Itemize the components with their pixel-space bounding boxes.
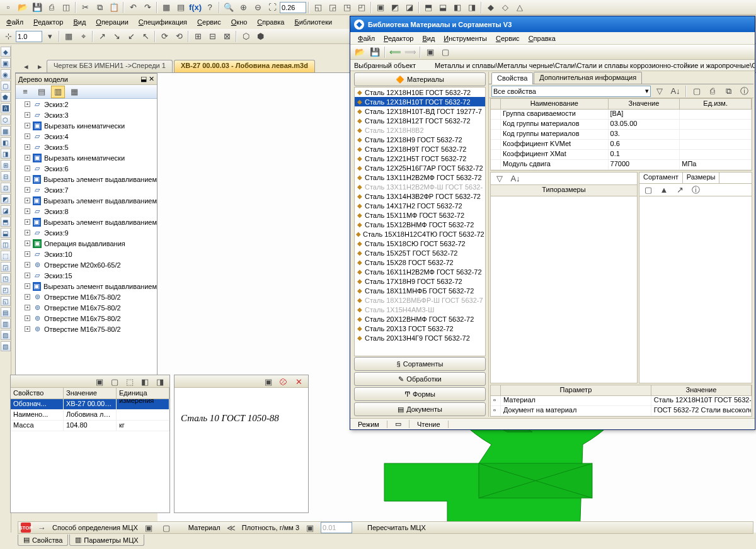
propgrid-row[interactable]: Обознач...ХВ-27 00.00.03	[11, 399, 169, 410]
tree-toggle-icon[interactable]: +	[25, 315, 30, 321]
palette-tool-26[interactable]: ▧	[1, 341, 11, 351]
st-info-icon[interactable]: ⓘ	[689, 184, 702, 196]
btn-sortaments[interactable]: §Сортаменты	[354, 357, 486, 371]
view2-icon[interactable]: ◲	[326, 1, 340, 14]
doc-tab-model[interactable]: ХВ-27 00.00.03 - Лобовина левая.m3d	[174, 60, 315, 72]
tree-toggle-icon[interactable]: +	[25, 101, 30, 107]
tab-sortament[interactable]: Сортамент	[639, 173, 683, 183]
palette-tool-18[interactable]: ⬚	[1, 251, 11, 261]
material-item[interactable]: ◆Сталь 13Х11Н2В2МФ ГОСТ 5632-72	[355, 173, 485, 182]
palette-tool-15[interactable]: ⬒	[1, 217, 11, 227]
tree-btn3-icon[interactable]: ▥	[51, 86, 65, 98]
pin-close-icon[interactable]: ⬓ ✕	[140, 75, 154, 83]
tree-toggle-icon[interactable]: +	[25, 133, 30, 139]
material-item[interactable]: ◆Сталь 16Х11Н2В2МФ ГОСТ 5632-72	[355, 267, 485, 276]
tool-g-icon[interactable]: △	[513, 1, 527, 14]
tree-btn2-icon[interactable]: ▤	[35, 86, 49, 98]
tile-icon[interactable]: ▦	[159, 1, 173, 14]
bb-dens-icon[interactable]: ▣	[303, 521, 317, 534]
material-item[interactable]: ◆Сталь 12Х18Н10Т ГОСТ 5632-72	[355, 97, 485, 106]
stop-icon[interactable]: STOP	[21, 523, 31, 533]
print-icon[interactable]: ⎙	[45, 1, 59, 14]
palette-tool-0[interactable]: ◆	[1, 47, 11, 57]
bb-m2-icon[interactable]: ▢	[159, 521, 173, 534]
tree-item[interactable]: +▣Вырезать элемент выдавливанием	[16, 281, 157, 291]
material-item[interactable]: ◆Сталь 13Х11Н2В2МФ-Ш ГОСТ 5632-	[355, 182, 485, 191]
undo-icon[interactable]: ↶	[126, 1, 140, 14]
palette-tool-9[interactable]: ◨	[1, 149, 11, 159]
material-item[interactable]: ◆Сталь 20Х13Н4Г9 ГОСТ 5632-72	[355, 333, 485, 342]
sk1-icon[interactable]: ↗	[95, 30, 109, 43]
palette-tool-2[interactable]: ◉	[1, 69, 11, 79]
tree-item[interactable]: +▣Вырезать элемент выдавливанием	[16, 217, 157, 227]
new-icon[interactable]: ▫	[1, 1, 15, 14]
e1-icon[interactable]: ⬡	[239, 30, 253, 43]
help-icon[interactable]: ?	[203, 1, 217, 14]
dlg-menu-Справка[interactable]: Справка	[525, 33, 559, 43]
palette-tool-17[interactable]: ◫	[1, 239, 11, 249]
tool-d-icon[interactable]: ◨	[465, 1, 479, 14]
param-row[interactable]: ▫Документ на материалГОСТ 5632-72 Стали …	[491, 406, 752, 416]
zoom-out-icon[interactable]: ⊖	[251, 1, 265, 14]
sk3-icon[interactable]: ↙	[124, 30, 138, 43]
propgrid-row[interactable]: Масса104.80кг	[11, 421, 169, 431]
material-item[interactable]: ◆Сталь 13Х14Н3В2ФР ГОСТ 5632-72	[355, 191, 485, 201]
d1-icon[interactable]: ⊞	[191, 30, 205, 43]
material-item[interactable]: ◆Сталь 12Х25Н16Г7АР ГОСТ 5632-72	[355, 163, 485, 173]
menu-Редактор[interactable]: Редактор	[30, 17, 67, 27]
mp-tb1-icon[interactable]: ▣	[261, 375, 275, 388]
tree-item[interactable]: +▣Вырезать кинематически	[16, 152, 157, 163]
palette-tool-7[interactable]: ▦	[1, 126, 11, 136]
mp-close-icon[interactable]: ✕	[292, 375, 306, 388]
snap-icon[interactable]: ⌖	[76, 30, 90, 43]
material-item[interactable]: ◆Сталь 12Х18Н12Т ГОСТ 5632-72	[355, 116, 485, 125]
doc-tab-drawing[interactable]: Чертеж БЕЗ ИМЕНИ1 ->Спереди 1	[47, 60, 173, 72]
palette-tool-21[interactable]: ◰	[1, 285, 11, 295]
material-item[interactable]: ◆Сталь 18Х11МНФБ ГОСТ 5632-72	[355, 286, 485, 295]
menu-Операции[interactable]: Операции	[92, 17, 132, 27]
sk2-icon[interactable]: ↘	[110, 30, 123, 43]
bottom-tab-props[interactable]: ▤Свойства	[18, 535, 68, 546]
st-t2-icon[interactable]: ▲	[657, 184, 671, 196]
d3-icon[interactable]: ⊠	[220, 30, 234, 43]
tree-item[interactable]: +▣Вырезать элемент выдавливанием	[16, 195, 157, 206]
tab-scroll-right-icon[interactable]: ▸	[33, 60, 47, 72]
dlg-t1-icon[interactable]: ▣	[423, 46, 437, 59]
dlg-menu-Инструменты[interactable]: Инструменты	[440, 33, 491, 43]
material-list[interactable]: ◆Сталь 12Х18Н10Е ГОСТ 5632-72◆Сталь 12Х1…	[354, 87, 486, 356]
bb-arrow-icon[interactable]: →	[35, 521, 49, 534]
tool-c-icon[interactable]: ◧	[450, 1, 464, 14]
palette-tool-14[interactable]: ◪	[1, 205, 11, 215]
tree-btn1-icon[interactable]: ≡	[18, 86, 32, 98]
tree-toggle-icon[interactable]: +	[25, 262, 30, 268]
palette-tool-11[interactable]: ⊟	[1, 171, 11, 181]
zoom-area-icon[interactable]: 🔍	[222, 1, 236, 14]
f-info-icon[interactable]: ⓘ	[737, 85, 751, 98]
material-item[interactable]: ◆Сталь 17Х18Н9 ГОСТ 5632-72	[355, 276, 485, 286]
tree-item[interactable]: +⊚Отверстие М16х75-80/2	[16, 313, 157, 324]
tree-toggle-icon[interactable]: +	[25, 241, 30, 246]
scale-input[interactable]	[16, 31, 42, 42]
material-item[interactable]: ◆Сталь 15Х25Т ГОСТ 5632-72	[355, 248, 485, 258]
dlg-menu-Сервис[interactable]: Сервис	[492, 33, 524, 43]
tab-scroll-left-icon[interactable]: ◂	[19, 60, 33, 72]
tab-properties[interactable]: Свойства	[491, 72, 533, 84]
material-item[interactable]: ◆Сталь 15Х18Н12С4ТЮ ГОСТ 5632-72	[355, 229, 485, 239]
tree-toggle-icon[interactable]: +	[25, 219, 30, 225]
tree-toggle-icon[interactable]: +	[25, 273, 30, 278]
dlg-menu-Файл[interactable]: Файл	[354, 33, 379, 43]
tree-toggle-icon[interactable]: +	[25, 326, 30, 332]
pg-tb5-icon[interactable]: ◨	[153, 375, 167, 388]
tree-toggle-icon[interactable]: +	[25, 187, 30, 193]
palette-tool-8[interactable]: ◧	[1, 137, 11, 147]
palette-tool-16[interactable]: ⬓	[1, 228, 11, 238]
ts-sort-icon[interactable]: A↓	[508, 173, 522, 185]
tree-btn4-icon[interactable]: ▦	[67, 86, 81, 98]
recalc-label[interactable]: Пересчитать МЦХ	[367, 524, 426, 531]
tab-addinfo[interactable]: Дополнительная информация	[534, 72, 642, 84]
grid-icon[interactable]: ▦	[62, 30, 76, 43]
shade-icon[interactable]: ◩	[388, 1, 402, 14]
tree-item[interactable]: +▣Операция выдавливания	[16, 238, 157, 249]
tree-item[interactable]: +⊚Отверстие М20х60-65/2	[16, 259, 157, 270]
e2-icon[interactable]: ⬢	[253, 30, 267, 43]
